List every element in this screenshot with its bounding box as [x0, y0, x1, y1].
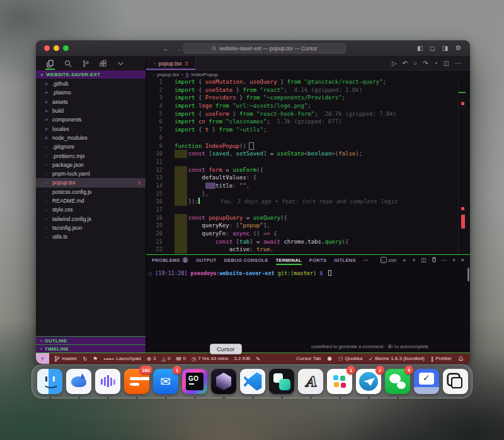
extensions-icon[interactable]	[99, 59, 107, 69]
code-line-3[interactable]: 3import { Providers } from "~components/…	[146, 94, 470, 102]
code-line-17[interactable]: 17	[146, 206, 470, 214]
breadcrumb-symbol[interactable]: IndexPopup	[192, 72, 219, 77]
terminal-scrollbar[interactable]	[467, 268, 469, 281]
title-bar[interactable]: ← → website-saver-ext — popup.tsx — Curs…	[36, 40, 470, 57]
file-tree-item-node_modules[interactable]: »node_modules	[36, 133, 146, 142]
dock-item-things[interactable]	[414, 369, 439, 394]
tab-popup-tsx[interactable]: ▫ popup.tsx 3	[146, 57, 196, 70]
dock-item-teal[interactable]	[269, 369, 294, 394]
breadcrumb[interactable]: ▫ popup.tsx › {} IndexPopup	[146, 71, 470, 78]
file-tree-item-tailwind.config.js[interactable]: ▫tailwind.config.js	[36, 214, 146, 223]
status-item-bell[interactable]	[458, 356, 464, 362]
dock-item-finder[interactable]	[37, 369, 62, 394]
split-terminal-icon[interactable]: ◫	[421, 257, 427, 263]
panel-tab-terminal[interactable]: TERMINAL	[276, 255, 302, 265]
file-tree-item-utils.ts[interactable]: ▫utils.ts	[36, 232, 146, 241]
kill-terminal-icon[interactable]	[432, 257, 437, 264]
split-editor-icon[interactable]: ◫	[444, 60, 449, 67]
nav-back-icon[interactable]: ←	[163, 45, 169, 52]
file-tree-item-build[interactable]: »build	[36, 106, 146, 115]
new-terminal-icon[interactable]: ＋	[401, 256, 407, 264]
dock-item-slack[interactable]: 1	[327, 369, 352, 394]
maximize-panel-icon[interactable]: ∧	[452, 257, 455, 262]
code-line-8[interactable]: 8	[146, 134, 470, 142]
settings-gear-icon[interactable]: ⚙	[455, 44, 461, 52]
more-panel-icon[interactable]: ⋯	[442, 257, 447, 263]
code-line-15[interactable]: 15 },	[146, 190, 470, 198]
file-tree-item-popup.tsx[interactable]: ▫popup.tsx3	[36, 178, 146, 187]
code-line-2[interactable]: 2import { useState } from "react"; 4.1k …	[146, 86, 470, 94]
timeline-section[interactable]: › TIMELINE	[36, 344, 146, 353]
more-actions-icon[interactable]: ⋯	[455, 60, 461, 67]
panel-tab-ports[interactable]: PORTS	[309, 255, 326, 265]
code-line-13[interactable]: 13 defaultValues: {	[146, 174, 470, 182]
status-item-[interactable]: ⚑	[93, 356, 98, 362]
file-tree-item-.prettierrc.mjs[interactable]: ▫.prettierrc.mjs	[36, 151, 146, 160]
dock-item-stack[interactable]	[443, 369, 468, 394]
explorer-root-header[interactable]: ∨ WEBSITE-SAVER-EXT	[36, 71, 146, 79]
code-line-19[interactable]: 19 queryKey: ["popup"],	[146, 222, 470, 230]
file-tree-item-README.md[interactable]: ▫README.md	[36, 196, 146, 205]
status-item-[interactable]: ↻	[83, 356, 87, 362]
file-tree-item-.github[interactable]: ».github	[36, 79, 146, 88]
code-line-11[interactable]: 11	[146, 158, 470, 166]
code-line-5[interactable]: 5import { useForm } from "react-hook-for…	[146, 110, 470, 118]
overview-ruler[interactable]	[458, 78, 467, 254]
status-item-quokka[interactable]: ⚆Quokka	[338, 356, 362, 362]
toggle-left-sidebar-icon[interactable]: ◧	[417, 45, 423, 52]
chevron-down-icon[interactable]	[117, 59, 125, 69]
terminal-dropdown-icon[interactable]: ∨	[412, 257, 415, 262]
terminal[interactable]: ○ [19:11:20] pseudoyu:website-saver-ext …	[146, 265, 470, 276]
status-item-[interactable]: ✎	[256, 356, 260, 362]
code-area[interactable]: 1import { useMutation, useQuery } from "…	[146, 78, 470, 254]
code-line-12[interactable]: 12 const form = useForm({	[146, 166, 470, 174]
file-tree-item-.plasmo[interactable]: ».plasmo	[36, 88, 146, 97]
status-item-3-2-kib[interactable]: 3.2 KiB	[234, 356, 250, 361]
file-tree-item-components[interactable]: »components	[36, 115, 146, 124]
code-line-6[interactable]: 6import cn from "classnames"; 1.3k (gzip…	[146, 118, 470, 126]
panel-tab-debug-console[interactable]: DEBUG CONSOLE	[224, 255, 268, 265]
status-item-prettier[interactable]: ∥Prettier	[431, 356, 452, 362]
status-item-biome-1-8-3-bundled[interactable]: ✓Biome 1.8.3 (bundled)	[369, 356, 425, 362]
file-tree-item-.gitignore[interactable]: ▫.gitignore	[36, 142, 146, 151]
nav-forward-icon[interactable]: →	[176, 45, 183, 52]
code-line-18[interactable]: 18 const popupQuery = useQuery({	[146, 214, 470, 222]
remote-indicator[interactable]: ⚡	[36, 353, 49, 364]
status-item-master[interactable]: master	[54, 356, 77, 362]
status-item-3[interactable]: ⊗3	[147, 356, 156, 362]
status-item-7-hrs-43-mins[interactable]: ◷7 hrs 43 mins	[192, 356, 228, 362]
code-line-10[interactable]: 10 const [saved, setSaved] = useState<bo…	[146, 150, 470, 158]
nav-back-icon[interactable]: ↶	[403, 60, 408, 67]
dock-item-bars[interactable]	[95, 369, 120, 394]
code-line-7[interactable]: 7import { t } from "~utils";	[146, 126, 470, 134]
file-tree-item-style.css[interactable]: ▫style.css	[36, 205, 146, 214]
explorer-icon[interactable]	[46, 59, 54, 69]
panel-tab-gitlens[interactable]: GITLENS	[334, 255, 356, 265]
run-icon[interactable]: ▷	[392, 60, 397, 67]
dock-item-telegram[interactable]: 2	[356, 369, 381, 394]
close-panel-icon[interactable]: ×	[461, 257, 464, 263]
command-center-search[interactable]: website-saver-ext — popup.tsx — Cursor	[183, 43, 346, 54]
status-item-launchpad[interactable]: ⊶⊷Launchpad	[103, 356, 141, 362]
nav-forward-icon[interactable]: ↷	[423, 60, 428, 67]
outline-section[interactable]: › OUTLINE	[36, 336, 146, 344]
status-item-0[interactable]: ₩0	[176, 356, 185, 362]
dock-item-goland[interactable]: GO	[182, 369, 207, 394]
file-tree-item-assets[interactable]: »assets	[36, 98, 146, 106]
source-control-icon[interactable]	[81, 59, 89, 69]
close-window-button[interactable]	[44, 45, 50, 51]
dock-item-vscode[interactable]	[240, 369, 265, 394]
file-tree-item-package.json[interactable]: ▫package.json	[36, 161, 146, 169]
dock-item-fox[interactable]	[66, 369, 91, 394]
minimize-window-button[interactable]	[54, 45, 59, 51]
file-tree-item-pnpm-lock.yaml[interactable]: ▫pnpm-lock.yaml	[36, 169, 146, 178]
code-line-22[interactable]: 22 active: true,	[146, 245, 470, 254]
status-item-cursor-tab[interactable]: Cursor Tab	[296, 356, 321, 361]
panel-tab-problems[interactable]: PROBLEMS3	[152, 255, 188, 265]
code-line-16[interactable]: 16 }); You, 3 days ago • feat: init repo…	[146, 198, 470, 206]
status-item-[interactable]: ⚉	[327, 356, 332, 362]
panel-tab-⋯[interactable]: ⋯	[364, 255, 369, 265]
code-line-4[interactable]: 4import logo from "url:~assets/logo.png"…	[146, 102, 470, 110]
search-icon[interactable]	[64, 59, 72, 69]
dock-item-mail[interactable]: 1	[153, 369, 178, 394]
